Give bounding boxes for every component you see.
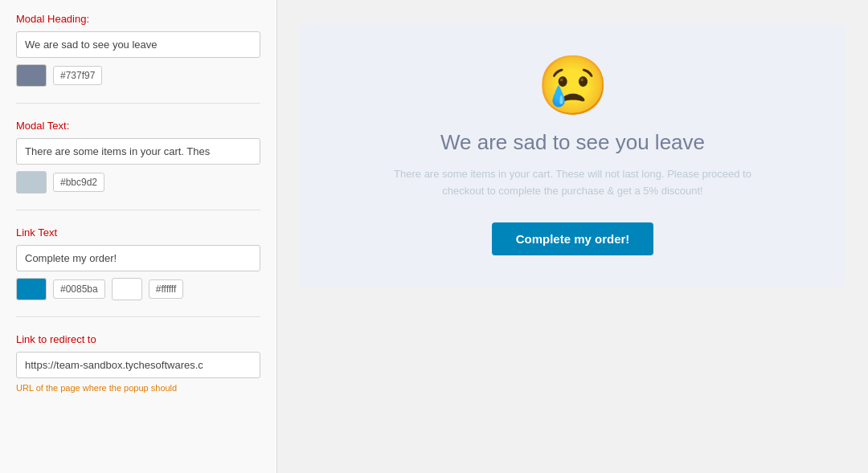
modal-text-group: Modal Text: #bbc9d2 (16, 120, 260, 210)
modal-text-label: Modal Text: (16, 120, 260, 132)
link-redirect-input[interactable] (16, 352, 260, 378)
modal-heading-group: Modal Heading: #737f97 (16, 13, 260, 104)
right-panel: 😢 We are sad to see you leave There are … (277, 0, 868, 473)
link-text-color-swatch[interactable] (112, 278, 142, 300)
link-text-input[interactable] (16, 245, 260, 271)
left-panel: Modal Heading: #737f97 Modal Text: #bbc9… (0, 0, 277, 473)
heading-color-swatch[interactable] (16, 64, 47, 87)
link-color-row: #0085ba #ffffff (16, 278, 260, 300)
link-bg-color-swatch[interactable] (16, 278, 47, 300)
text-color-row: #bbc9d2 (16, 171, 260, 194)
modal-heading-input[interactable] (16, 31, 260, 58)
complete-order-button[interactable]: Complete my order! (492, 222, 654, 255)
preview-heading: We are sad to see you leave (440, 130, 705, 155)
link-redirect-label: Link to redirect to (16, 333, 260, 345)
heading-color-label[interactable]: #737f97 (53, 66, 102, 85)
link-text-group: Link Text #0085ba #ffffff (16, 226, 260, 317)
text-color-label[interactable]: #bbc9d2 (53, 173, 104, 192)
text-color-swatch[interactable] (16, 171, 47, 194)
link-text-label: Link Text (16, 226, 260, 239)
modal-text-input[interactable] (16, 138, 260, 165)
url-help-text: URL of the page where the popup should (16, 383, 260, 393)
sad-emoji: 😢 (537, 56, 609, 114)
modal-preview: 😢 We are sad to see you leave There are … (300, 24, 846, 287)
heading-color-row: #737f97 (16, 64, 260, 87)
link-text-color-label[interactable]: #ffffff (149, 279, 184, 299)
preview-text: There are some items in your cart. These… (372, 166, 774, 200)
link-bg-color-label[interactable]: #0085ba (53, 279, 105, 299)
link-redirect-group: Link to redirect to URL of the page wher… (16, 333, 260, 409)
modal-heading-label: Modal Heading: (16, 13, 260, 25)
